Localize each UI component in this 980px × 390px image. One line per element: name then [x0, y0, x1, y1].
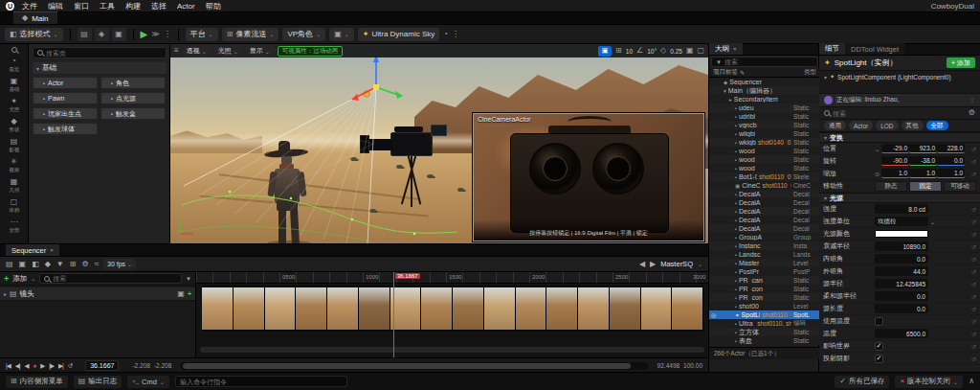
reset-icon[interactable]: ↺ [971, 243, 976, 250]
working-range-start-value[interactable]: -2.208 [154, 362, 171, 369]
menu-item[interactable]: 构建 [125, 1, 141, 11]
outliner-row[interactable]: ▪ udribl Static [709, 112, 820, 121]
view-range-end-value[interactable]: 92.4498 [657, 362, 680, 369]
rotation-x-field[interactable]: -90.0 [881, 156, 909, 166]
outliner-row[interactable]: ▪ PR_can Static [709, 276, 820, 285]
place-category[interactable]: ✳ 视效 [0, 156, 29, 175]
reset-icon[interactable]: ↺ [971, 293, 976, 300]
scale-snap-icon[interactable]: ◇ [660, 47, 666, 55]
menu-item[interactable]: 选择 [151, 1, 167, 11]
camera-icon[interactable]: ▣ [19, 260, 27, 268]
add-track-button[interactable]: 添加 [12, 274, 27, 284]
curves-icon[interactable]: ≈ [95, 260, 99, 268]
place-category[interactable]: ⋯ 全部 [0, 217, 29, 236]
play-forward-icon[interactable]: ▶ [40, 362, 44, 370]
play-options-icon[interactable]: ⋮ [164, 31, 171, 38]
outliner-row[interactable]: ▪ Ultra_D shot0110, shot00 编辑 [709, 319, 820, 328]
reset-icon[interactable]: ↺ [971, 281, 976, 287]
clapper-icon[interactable]: ◧ [32, 260, 39, 268]
filter-icon[interactable]: ▼ [56, 260, 64, 268]
shot-thumbnail[interactable] [610, 287, 640, 330]
property-value-field[interactable]: 44.0 [875, 266, 928, 276]
outliner-row[interactable]: ▪ vgncb Static [709, 121, 820, 129]
reset-icon[interactable]: ↺ [971, 268, 976, 275]
outliner-row[interactable]: ▪ Bot1-0 shot0110_01 Skele [709, 172, 820, 181]
place-category-header[interactable]: ▾ 基础 [33, 62, 167, 74]
range-end-value[interactable]: 100.00 [683, 362, 702, 369]
property-value-field[interactable]: 0.0 [875, 254, 928, 264]
reset-icon[interactable]: ↺ [971, 331, 976, 337]
settings-icon[interactable]: ⚙ [81, 260, 88, 268]
location-z-field[interactable]: 228.0 [937, 144, 965, 153]
shot-thumbnail[interactable] [234, 287, 264, 330]
place-search[interactable] [33, 47, 167, 58]
details-filter-chip[interactable]: Actor [849, 121, 873, 130]
place-category[interactable]: ◆ 形状 [0, 116, 29, 135]
playhead[interactable] [393, 272, 394, 357]
property-value-field[interactable]: 坎德拉 [875, 217, 928, 226]
tab-sequencer[interactable]: Sequencer × [6, 244, 59, 256]
visibility-eye-icon[interactable]: ◎ [711, 311, 718, 318]
close-icon[interactable]: × [733, 46, 737, 52]
sequence-breadcrumb[interactable]: MasterSQ [660, 260, 693, 268]
shot-thumbnail[interactable] [421, 287, 452, 330]
place-category[interactable]: ▣ 基础 [0, 76, 29, 95]
tab-ddtool-widget[interactable]: DDTool Widget [845, 43, 904, 55]
platforms-dropdown[interactable]: 平台 ⌄ [186, 28, 218, 41]
reset-icon[interactable]: ↺ [971, 231, 976, 238]
camera-lock-toggle[interactable]: ▣ [598, 46, 612, 57]
outliner-row[interactable]: ▪ udeu Static [709, 103, 820, 112]
toolbar-overflow-icon[interactable]: ⋮ [452, 31, 459, 38]
mobility-option[interactable]: 可移动 [944, 181, 976, 192]
outliner-row[interactable]: ▪ 表盘 Static [709, 336, 820, 345]
outliner-search[interactable]: ▼ [711, 57, 818, 67]
tab-details[interactable]: 细节 [819, 43, 845, 55]
level-viewport[interactable]: CineCameraActor 按停靠按钮锁定 | 16:9 Digital F… [170, 44, 708, 243]
details-filter-chip[interactable]: 其他 [902, 121, 924, 130]
shot-thumbnail[interactable] [672, 287, 702, 330]
cine-camera-preview[interactable]: CineCameraActor 按停靠按钮锁定 | 16:9 Digital F… [473, 113, 704, 241]
shot-thumbnail[interactable] [516, 287, 546, 330]
outliner-row[interactable]: ▣ CineCa shot0110_01 CineC [709, 181, 820, 190]
console-input-box[interactable] [175, 376, 347, 387]
record-icon[interactable]: ● [33, 362, 35, 369]
property-checkbox[interactable]: ✓ [875, 342, 883, 351]
transform-section-header[interactable]: ▾ 变换 [819, 132, 980, 143]
rotation-snap-value[interactable]: 10° [647, 48, 657, 55]
outliner-row[interactable]: ▪ wood Static [709, 155, 820, 164]
select-mode-dropdown[interactable]: ◧ 选择模式 ⌄ [5, 28, 63, 41]
shot-thumbnail[interactable] [641, 287, 672, 330]
place-category[interactable]: ▤ 影视 [0, 136, 29, 155]
cmd-dropdown[interactable]: >_ Cmd ⌄ [127, 376, 169, 388]
outliner-row[interactable]: ▪ PostPr PostP [709, 267, 820, 276]
menu-item[interactable]: 帮助 [206, 1, 221, 11]
reset-icon[interactable]: ↺ [971, 206, 976, 213]
source-control-button[interactable]: × 版本控制关闭 ⌄ [895, 376, 963, 388]
track-search-input[interactable] [53, 273, 177, 284]
camera-dropdown[interactable]: ▣ ⌄ [329, 28, 354, 41]
timeline-range-scrollbar[interactable] [181, 362, 647, 370]
current-time-field[interactable]: 36.1667 [85, 360, 119, 371]
place-actor-item[interactable]: ∷ ▪ 点光源 [100, 92, 166, 104]
menu-item[interactable]: 文件 [22, 1, 37, 11]
outliner-row[interactable]: ▪ DecalA Decal [709, 198, 820, 207]
scale-snap-value[interactable]: 0.25 [670, 48, 682, 55]
reset-icon[interactable]: ↺ [971, 171, 976, 177]
save-icon[interactable]: ▤ [6, 260, 13, 268]
maximize-viewport-icon[interactable]: ▢ [697, 47, 704, 55]
outliner-row[interactable]: ▪ wood Static [709, 147, 820, 155]
reset-icon[interactable]: ↺ [971, 306, 976, 312]
lock-icon[interactable]: ⊙ [875, 171, 880, 177]
next-key-icon[interactable]: |▶ [49, 362, 54, 370]
shot-thumbnail[interactable] [202, 287, 233, 330]
shot-thumbnail[interactable] [390, 287, 421, 330]
play-reverse-icon[interactable]: ◀ [24, 362, 28, 370]
outliner-row[interactable]: ▪ GroupA Group [709, 233, 820, 241]
outliner-row[interactable]: ▪ wood Static [709, 164, 820, 172]
reset-icon[interactable]: ↺ [971, 218, 976, 225]
outliner-row[interactable]: ▪ PR_con Static [709, 293, 820, 302]
sequencer-timeline[interactable]: 050010001500200025003000 36.1667 [196, 272, 708, 357]
loop-icon[interactable]: ↺ [68, 362, 72, 370]
timeline-scrollbar[interactable] [200, 347, 704, 353]
outliner-row[interactable]: ▪ 立方体 Static [709, 328, 820, 336]
